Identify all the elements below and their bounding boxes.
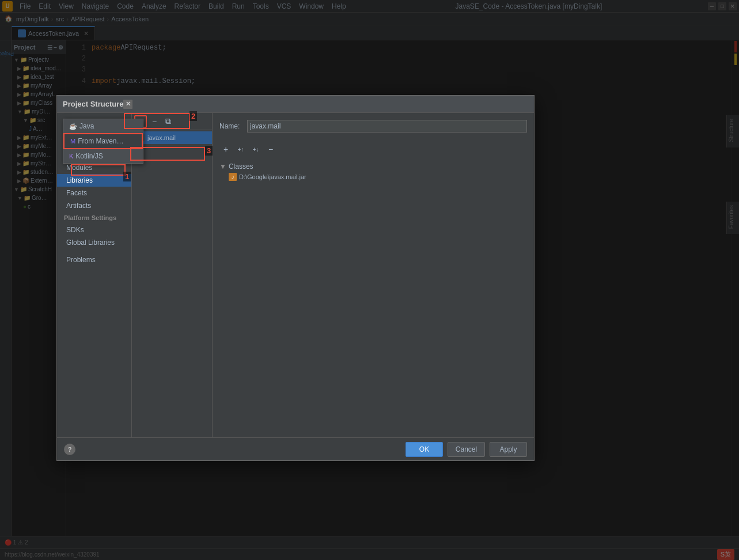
- platform-settings-section: Platform Settings: [57, 212, 131, 224]
- name-row: Name:: [219, 120, 527, 133]
- java-icon: ☕: [69, 123, 77, 130]
- nav-artifacts[interactable]: Artifacts: [57, 199, 131, 212]
- dialog-middle-panel: + − ⧉ ⬛ javax.mail ☕ Java M From Maven…: [132, 113, 213, 437]
- name-label: Name:: [219, 122, 242, 130]
- dialog-footer: ? OK Cancel Apply: [57, 437, 534, 460]
- annotation-label-2: 2: [190, 111, 197, 121]
- annotation-label-1: 1: [123, 172, 131, 181]
- classes-chevron[interactable]: ▼: [219, 162, 226, 171]
- library-name-input[interactable]: [247, 120, 527, 133]
- content-toolbar: + +↑ +↓ −: [219, 143, 527, 156]
- nav-libraries[interactable]: Libraries: [57, 174, 131, 187]
- dialog-title: Project Structure: [63, 100, 123, 108]
- dropdown-kotlin-label: Kotlin/JS: [75, 152, 103, 160]
- dialog-titlebar: Project Structure ✕: [57, 96, 534, 113]
- classes-label: Classes: [229, 162, 253, 171]
- nav-problems[interactable]: Problems: [57, 253, 131, 266]
- dropdown-from-maven-label: From Maven…: [78, 137, 123, 145]
- classes-tree: ▼ Classes J D:\Google\javax.mail.jar: [219, 161, 527, 430]
- jar-icon: J: [229, 173, 237, 181]
- library-label: javax.mail: [147, 134, 176, 141]
- nav-sdks[interactable]: SDKs: [57, 224, 131, 236]
- dialog-right-content: Name: + +↑ +↓ − ▼ Classes J D:\Google\ja…: [213, 113, 534, 437]
- dropdown-java[interactable]: ☕ Java: [63, 119, 143, 133]
- maven-icon: M: [70, 138, 75, 145]
- library-item-javaxmail[interactable]: ⬛ javax.mail: [132, 131, 212, 144]
- dropdown-java-label: Java: [79, 122, 94, 130]
- remove-library-button[interactable]: −: [148, 115, 161, 128]
- project-structure-dialog: Project Structure ✕ ◀ ▶ Project Settings…: [56, 95, 535, 461]
- cancel-button[interactable]: Cancel: [448, 442, 485, 457]
- add-class-button[interactable]: +: [219, 143, 232, 156]
- copy-library-button[interactable]: ⧉: [162, 115, 175, 128]
- help-button[interactable]: ?: [64, 444, 75, 455]
- library-list: ⬛ javax.mail: [132, 130, 212, 437]
- dropdown-kotlin-js[interactable]: K Kotlin/JS: [63, 149, 143, 163]
- footer-right: OK Cancel Apply: [405, 442, 527, 457]
- nav-global-libraries[interactable]: Global Libraries: [57, 236, 131, 249]
- dialog-body: ◀ ▶ Project Settings Project Modules Lib…: [57, 113, 534, 437]
- nav-facets[interactable]: Facets: [57, 187, 131, 199]
- dropdown-from-maven[interactable]: M From Maven…: [63, 133, 143, 149]
- kotlin-icon: K: [69, 153, 73, 160]
- dialog-close-button[interactable]: ✕: [123, 100, 132, 109]
- add-library-dropdown: ☕ Java M From Maven… K Kotlin/JS: [63, 119, 143, 164]
- remove-class-button[interactable]: −: [264, 143, 277, 156]
- jar-path: D:\Google\javax.mail.jar: [239, 173, 306, 180]
- add-below-button[interactable]: +↓: [249, 143, 262, 156]
- footer-left: ?: [64, 444, 75, 455]
- classes-tree-header: ▼ Classes: [219, 161, 527, 172]
- middle-toolbar: + − ⧉: [132, 113, 212, 130]
- ok-button[interactable]: OK: [405, 442, 443, 457]
- jar-entry[interactable]: J D:\Google\javax.mail.jar: [219, 172, 527, 182]
- annotation-label-3: 3: [205, 146, 213, 156]
- add-above-button[interactable]: +↑: [234, 143, 247, 156]
- apply-button[interactable]: Apply: [490, 442, 527, 457]
